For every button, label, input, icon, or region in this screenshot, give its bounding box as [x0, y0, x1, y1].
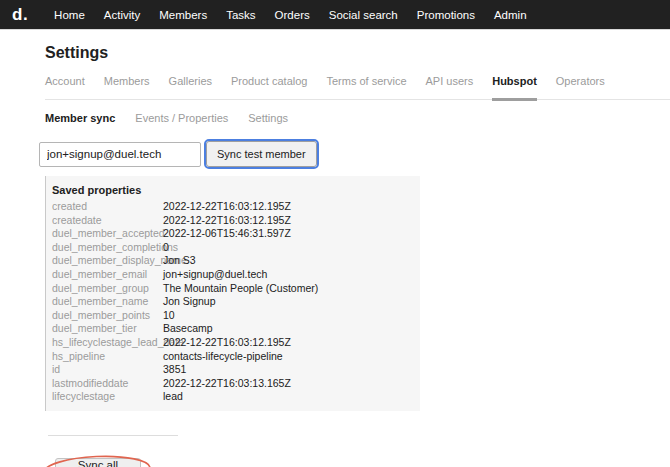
- tab-terms-of-service[interactable]: Terms of service: [326, 75, 406, 101]
- test-member-sync-row: Sync test member: [39, 141, 670, 167]
- property-row-lifecyclestage: lifecyclestage lead: [46, 390, 420, 404]
- property-key: lastmodifieddate: [46, 377, 163, 391]
- nav-item-promotions[interactable]: Promotions: [417, 9, 475, 21]
- property-key: hs_lifecyclestage_lead_date: [46, 336, 163, 350]
- property-value: lead: [163, 390, 183, 404]
- tab-hubspot[interactable]: Hubspot: [492, 75, 537, 101]
- settings-tab-bar: Account Members Galleries Product catalo…: [45, 75, 670, 100]
- subtab-member-sync[interactable]: Member sync: [45, 112, 115, 124]
- nav-item-members[interactable]: Members: [159, 9, 207, 21]
- property-key: duel_member_tier: [46, 322, 163, 336]
- sync-all-members-button[interactable]: Sync all members: [55, 458, 141, 467]
- nav-item-home[interactable]: Home: [54, 9, 85, 21]
- property-value: 2022-12-22T16:03:13.165Z: [163, 377, 291, 391]
- brand-logo[interactable]: d.: [12, 6, 28, 23]
- property-row-duel-member-completions: duel_member_completions 0: [46, 241, 420, 255]
- property-value: 0: [163, 241, 169, 255]
- property-key: duel_member_email: [46, 268, 163, 282]
- tab-operators[interactable]: Operators: [556, 75, 605, 101]
- saved-properties-header: Saved properties: [46, 183, 420, 198]
- tab-members[interactable]: Members: [104, 75, 150, 101]
- property-value: 2022-12-22T16:03:12.195Z: [163, 214, 291, 228]
- property-row-created: created 2022-12-22T16:03:12.195Z: [46, 200, 420, 214]
- section-divider: [48, 435, 178, 436]
- property-value: jon+signup@duel.tech: [163, 268, 267, 282]
- property-key: hs_pipeline: [46, 350, 163, 364]
- property-value: 2022-12-22T16:03:12.195Z: [163, 336, 291, 350]
- tab-product-catalog[interactable]: Product catalog: [231, 75, 307, 101]
- top-navbar: d. Home Activity Members Tasks Orders So…: [0, 0, 670, 30]
- property-value: Jon Signup: [163, 295, 216, 309]
- property-key: duel_member_group: [46, 282, 163, 296]
- property-value: 2022-12-06T15:46:31.597Z: [163, 227, 291, 241]
- property-value: contacts-lifecycle-pipeline: [163, 350, 283, 364]
- property-key: duel_member_accepted: [46, 227, 163, 241]
- tab-galleries[interactable]: Galleries: [169, 75, 212, 101]
- property-key: duel_member_completions: [46, 241, 163, 255]
- property-row-hs-pipeline: hs_pipeline contacts-lifecycle-pipeline: [46, 350, 420, 364]
- property-key: duel_member_name: [46, 295, 163, 309]
- property-row-lastmodifieddate: lastmodifieddate 2022-12-22T16:03:13.165…: [46, 377, 420, 391]
- sync-all-area: Sync all members: [55, 458, 141, 467]
- property-key: createdate: [46, 214, 163, 228]
- nav-item-social-search[interactable]: Social search: [329, 9, 398, 21]
- property-value: 10: [163, 309, 175, 323]
- property-key: created: [46, 200, 163, 214]
- property-row-duel-member-group: duel_member_group The Mountain People (C…: [46, 282, 420, 296]
- hubspot-subtab-bar: Member sync Events / Properties Settings: [45, 112, 670, 124]
- main-nav: Home Activity Members Tasks Orders Socia…: [54, 9, 526, 21]
- property-row-duel-member-points: duel_member_points 10: [46, 309, 420, 323]
- property-row-duel-member-tier: duel_member_tier Basecamp: [46, 322, 420, 336]
- property-key: duel_member_points: [46, 309, 163, 323]
- property-row-duel-member-name: duel_member_name Jon Signup: [46, 295, 420, 309]
- subtab-settings[interactable]: Settings: [248, 112, 288, 124]
- tab-api-users[interactable]: API users: [426, 75, 474, 101]
- subtab-events-properties[interactable]: Events / Properties: [135, 112, 228, 124]
- property-value: The Mountain People (Customer): [163, 282, 318, 296]
- tab-account[interactable]: Account: [45, 75, 85, 101]
- property-row-id: id 3851: [46, 363, 420, 377]
- property-row-duel-member-accepted: duel_member_accepted 2022-12-06T15:46:31…: [46, 227, 420, 241]
- test-member-email-input[interactable]: [39, 142, 201, 167]
- property-row-duel-member-email: duel_member_email jon+signup@duel.tech: [46, 268, 420, 282]
- sync-test-member-button[interactable]: Sync test member: [206, 141, 317, 167]
- property-value: 3851: [163, 363, 186, 377]
- property-row-createdate: createdate 2022-12-22T16:03:12.195Z: [46, 214, 420, 228]
- nav-item-tasks[interactable]: Tasks: [226, 9, 255, 21]
- saved-properties-panel: Saved properties created 2022-12-22T16:0…: [45, 176, 420, 411]
- nav-item-orders[interactable]: Orders: [275, 9, 310, 21]
- property-row-duel-member-display-name: duel_member_display_name Jon S3: [46, 254, 420, 268]
- property-row-hs-lifecyclestage-lead-date: hs_lifecyclestage_lead_date 2022-12-22T1…: [46, 336, 420, 350]
- page-title: Settings: [45, 44, 670, 62]
- property-value: Jon S3: [163, 254, 196, 268]
- property-value: Basecamp: [163, 322, 213, 336]
- property-key: id: [46, 363, 163, 377]
- property-key: duel_member_display_name: [46, 254, 163, 268]
- property-value: 2022-12-22T16:03:12.195Z: [163, 200, 291, 214]
- nav-item-activity[interactable]: Activity: [104, 9, 140, 21]
- settings-page: Settings Account Members Galleries Produ…: [0, 44, 670, 467]
- property-key: lifecyclestage: [46, 390, 163, 404]
- nav-item-admin[interactable]: Admin: [494, 9, 527, 21]
